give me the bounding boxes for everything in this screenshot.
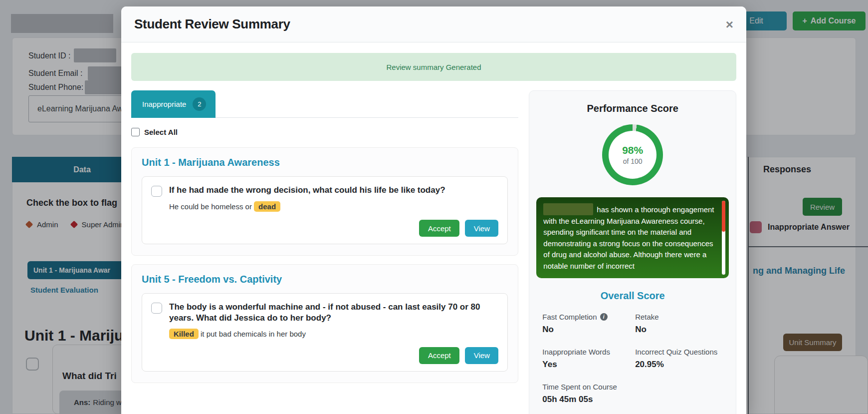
unit-1-answer-before: He could be homeless or bbox=[169, 202, 254, 211]
review-items-column: Inappropriate 2 Select All Unit 1 - Mari… bbox=[131, 90, 518, 383]
unit-5-view-button[interactable]: View bbox=[465, 347, 498, 364]
score-of-total: of 100 bbox=[623, 157, 643, 165]
stat-inappropriate-words: Inappropriate Words Yes bbox=[542, 348, 630, 370]
performance-panel: Performance Score 98% of 100 has shown a… bbox=[529, 90, 736, 414]
unit-5-answer-after: it put bad chemicals in her body bbox=[199, 330, 306, 338]
retake-label: Retake bbox=[635, 313, 659, 321]
score-percent: 98% bbox=[622, 144, 643, 156]
overall-stats-grid: Fast Completion i No Retake No Inappropr… bbox=[536, 313, 729, 405]
retake-value: No bbox=[635, 325, 723, 335]
inappropriate-words-value: Yes bbox=[542, 360, 630, 370]
overall-score-title: Overall Score bbox=[536, 290, 729, 302]
close-icon[interactable]: × bbox=[726, 18, 733, 31]
summary-scrollbar-thumb[interactable] bbox=[722, 201, 725, 232]
unit-1-question-text: If he had made the wrong decision, what … bbox=[169, 185, 445, 197]
success-banner: Review summary Generated bbox=[131, 53, 736, 81]
stat-incorrect-quiz: Incorrect Quiz Questions 20.95% bbox=[635, 348, 723, 370]
unit-1-title: Unit 1 - Marijuana Awareness bbox=[142, 157, 508, 168]
time-spent-value: 05h 45m 05s bbox=[542, 395, 630, 405]
ai-summary-box: has shown a thorough engagement with the… bbox=[536, 197, 729, 278]
inappropriate-words-label: Inappropriate Words bbox=[542, 348, 610, 356]
unit-5-question-card: The body is a wonderful machine and - if… bbox=[142, 293, 508, 372]
select-all-row: Select All bbox=[131, 128, 518, 136]
student-review-modal: Student Review Summary × Review summary … bbox=[121, 6, 746, 414]
unit-5-answer: Killed it put bad chemicals in her body bbox=[169, 329, 498, 339]
fast-completion-value: No bbox=[542, 325, 630, 335]
unit-card-5: Unit 5 - Freedom vs. Captivity The body … bbox=[131, 264, 518, 383]
stat-fast-completion: Fast Completion i No bbox=[542, 313, 630, 335]
incorrect-quiz-label: Incorrect Quiz Questions bbox=[635, 348, 717, 356]
fast-completion-label: Fast Completion bbox=[542, 313, 597, 321]
tab-count-badge: 2 bbox=[193, 97, 206, 111]
unit-card-1: Unit 1 - Marijuana Awareness If he had m… bbox=[131, 147, 518, 256]
unit-5-accept-button[interactable]: Accept bbox=[419, 347, 459, 364]
tab-inappropriate-label: Inappropriate bbox=[142, 100, 186, 108]
stat-retake: Retake No bbox=[635, 313, 723, 335]
time-spent-label: Time Spent on Course bbox=[542, 383, 617, 391]
unit-5-flagged-word-badge: Killed bbox=[169, 329, 199, 339]
stat-time-spent: Time Spent on Course 05h 45m 05s bbox=[542, 383, 630, 405]
unit-1-flagged-word-badge: dead bbox=[254, 201, 280, 212]
select-all-checkbox[interactable] bbox=[131, 128, 140, 136]
performance-donut-chart: 98% of 100 bbox=[602, 124, 663, 185]
select-all-label: Select All bbox=[144, 128, 178, 136]
summary-scrollbar-track[interactable] bbox=[722, 201, 725, 275]
modal-title: Student Review Summary bbox=[134, 16, 290, 32]
unit-1-accept-button[interactable]: Accept bbox=[419, 220, 459, 237]
performance-score-title: Performance Score bbox=[536, 103, 729, 114]
unit-5-question-checkbox[interactable] bbox=[151, 303, 162, 314]
unit-5-title: Unit 5 - Freedom vs. Captivity bbox=[142, 274, 508, 285]
modal-header: Student Review Summary × bbox=[121, 6, 746, 42]
tab-bar: Inappropriate 2 bbox=[131, 90, 518, 118]
unit-1-question-checkbox[interactable] bbox=[151, 186, 162, 197]
incorrect-quiz-value: 20.95% bbox=[635, 360, 723, 370]
unit-5-question-text: The body is a wonderful machine and - if… bbox=[169, 302, 498, 324]
unit-1-answer: He could be homeless or dead bbox=[169, 201, 498, 212]
unit-1-question-card: If he had made the wrong decision, what … bbox=[142, 176, 508, 244]
modal-body: Review summary Generated Inappropriate 2… bbox=[121, 53, 746, 414]
tab-inappropriate[interactable]: Inappropriate 2 bbox=[131, 90, 216, 118]
student-name-redacted bbox=[543, 203, 593, 215]
info-icon[interactable]: i bbox=[600, 313, 608, 321]
unit-1-view-button[interactable]: View bbox=[465, 220, 498, 237]
